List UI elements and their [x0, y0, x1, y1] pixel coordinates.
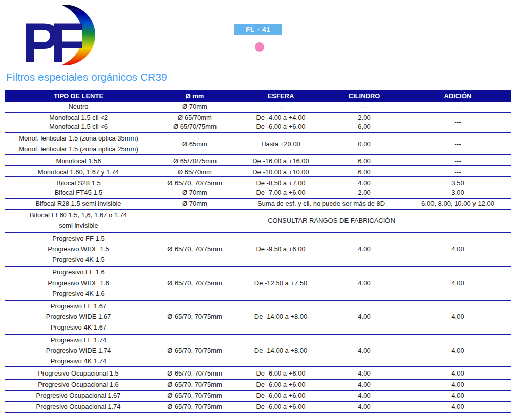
cell-esfera-cilindro-merged: Suma de esf. y cil. no puede ser más de …: [238, 198, 405, 209]
pink-dot-icon: [255, 42, 264, 52]
cell-tipo: Bifocal FT45 1.5: [5, 188, 152, 198]
pf-logo-graphic: P F: [22, 3, 98, 67]
page-title: Filtros especiales orgánicos CR39: [6, 71, 167, 83]
cell-tipo: Monof. lenticular 1.5 (zona óptica 35mm)…: [5, 132, 152, 155]
cell-esfera: De -14.00 a +8.00: [238, 300, 324, 334]
cell-esfera: De -7.00 a +6.00: [238, 188, 324, 198]
tipo-line: Progresivo WIDE 1.6: [6, 277, 151, 288]
row-ocupacional-16: Progresivo Ocupacional 1.6 Ø 65/70, 70/7…: [5, 379, 511, 390]
row-progresivo-174: Progresivo FF 1.74 Progresivo WIDE 1.74 …: [5, 334, 511, 367]
row-monof-lenticular: Monof. lenticular 1.5 (zona óptica 35mm)…: [5, 132, 511, 155]
cell-esfera: De -6.00 a +6.00: [238, 367, 324, 379]
cell-adicion: 4.00: [405, 401, 511, 412]
cell-diametro: Ø 65/70mm: [152, 166, 238, 177]
cell-adicion: 4.00: [405, 367, 511, 379]
cell-cilindro: 4.00: [324, 232, 405, 266]
cell-tipo: Monofocal 1.56: [5, 155, 152, 166]
row-progresivo-16: Progresivo FF 1.6 Progresivo WIDE 1.6 Pr…: [5, 266, 511, 300]
cell-esfera: De -16.00 a +16.00: [238, 155, 324, 166]
cell-diametro: Ø 70mm: [152, 198, 238, 209]
cell-adicion: 4.00: [405, 390, 511, 401]
cell-esfera: Hasta +20.00: [238, 132, 324, 155]
cell-adicion: 4.00: [405, 232, 511, 266]
cell-esfera: De -4.00 a +4.00: [238, 112, 324, 122]
cell-cilindro: 4.00: [324, 266, 405, 300]
fl-41-badge: FL - 41: [234, 24, 282, 35]
cell-tipo: Neutro: [5, 102, 152, 112]
cell-tipo: Monofocal 1.5 cil <6: [5, 122, 152, 132]
cell-cilindro: 4.00: [324, 177, 405, 188]
tipo-line: Progresivo WIDE 1.67: [6, 311, 151, 322]
row-ocupacional-15: Progresivo Ocupacional 1.5 Ø 65/70, 70/7…: [5, 367, 511, 379]
cell-tipo: Monofocal 1.60, 1.67 y 1.74: [5, 166, 152, 177]
row-progresivo-15: Progresivo FF 1.5 Progresivo WIDE 1.5 Pr…: [5, 232, 511, 266]
cell-tipo: Progresivo FF 1.74 Progresivo WIDE 1.74 …: [5, 334, 152, 367]
tipo-line: Monof. lenticular 1.5 (zona óptica 25mm): [6, 144, 151, 154]
header-row: TIPO DE LENTE Ø mm ESFERA CILINDRO ADICI…: [5, 90, 511, 102]
col-header-diametro: Ø mm: [152, 90, 238, 102]
cell-adicion-merged: ---: [405, 112, 511, 132]
cell-tipo: Progresivo FF 1.67 Progresivo WIDE 1.67 …: [5, 300, 152, 334]
cell-diametro: Ø 70mm: [152, 102, 238, 112]
tipo-line: Monof. lenticular 1.5 (zona óptica 35mm): [6, 133, 151, 144]
cell-cilindro: 2.00: [324, 188, 405, 198]
tipo-line: Progresivo 4K 1.5: [6, 254, 151, 265]
cell-diametro: Ø 70mm: [152, 188, 238, 198]
tipo-line: Bifocal FF60 1.5, 1,6, 1.67 o 1.74: [6, 210, 151, 220]
cell-cilindro: 0.00: [324, 132, 405, 155]
cell-cilindro: ---: [324, 102, 405, 112]
cell-adicion: ---: [405, 132, 511, 155]
cell-diametro: Ø 65/70, 70/75mm: [152, 367, 238, 379]
cell-adicion: ---: [405, 155, 511, 166]
tipo-line: Progresivo 4K 1.6: [6, 288, 151, 299]
cell-tipo: Progresivo FF 1.6 Progresivo WIDE 1.6 Pr…: [5, 266, 152, 300]
col-header-adicion: ADICIÓN: [405, 90, 511, 102]
row-bifocal-ft45: Bifocal FT45 1.5 Ø 70mm De -7.00 a +6.00…: [5, 188, 511, 198]
cell-diametro: Ø 65/70, 70/75mm: [152, 401, 238, 412]
cell-adicion: 4.00: [405, 379, 511, 390]
cell-diametro: Ø 65/70, 70/75mm: [152, 390, 238, 401]
cell-tipo: Monofocal 1.5 cil <2: [5, 112, 152, 122]
cell-tipo: Progresivo FF 1.5 Progresivo WIDE 1.5 Pr…: [5, 232, 152, 266]
pf-logo: P F: [22, 3, 98, 67]
cell-adicion: 6.00, 8.00, 10.00 y 12.00: [405, 198, 511, 209]
row-bifocal-ff60: Bifocal FF60 1.5, 1,6, 1.67 o 1.74 semi …: [5, 209, 511, 232]
cell-cilindro: 4.00: [324, 379, 405, 390]
tipo-line: Progresivo FF 1.74: [6, 335, 151, 345]
cell-cilindro: 2.00: [324, 112, 405, 122]
tipo-line: Progresivo 4K 1.74: [6, 356, 151, 366]
cell-diametro: Ø 65/70, 70/75mm: [152, 300, 238, 334]
cell-cilindro: 6.00: [324, 155, 405, 166]
cell-cilindro: 6,00: [324, 122, 405, 132]
cell-cilindro: 4.00: [324, 401, 405, 412]
cell-adicion: ---: [405, 102, 511, 112]
col-header-esfera: ESFERA: [238, 90, 324, 102]
tipo-line: Progresivo FF 1.6: [6, 267, 151, 277]
cell-esfera: De -9.50 a +6.00: [238, 232, 324, 266]
logo-letter-f: F: [50, 11, 84, 67]
specs-table: TIPO DE LENTE Ø mm ESFERA CILINDRO ADICI…: [5, 90, 511, 413]
row-monofocal-15-cil2: Monofocal 1.5 cil <2 Ø 65/70mm De -4.00 …: [5, 112, 511, 122]
cell-adicion: ---: [405, 166, 511, 177]
row-neutro: Neutro Ø 70mm --- --- ---: [5, 102, 511, 112]
cell-cilindro: 6.00: [324, 166, 405, 177]
cell-adicion: 3.00: [405, 188, 511, 198]
row-ocupacional-167: Progresivo Ocupacional 1.67 Ø 65/70, 70/…: [5, 390, 511, 401]
cell-diametro: Ø 65/70/75mm: [152, 155, 238, 166]
tipo-line: Progresivo WIDE 1.5: [6, 244, 151, 254]
cell-esfera: De -6.00 a +6.00: [238, 390, 324, 401]
cell-cilindro: 4.00: [324, 300, 405, 334]
row-ocupacional-174: Progresivo Ocupacional 1.74 Ø 65/70, 70/…: [5, 401, 511, 412]
row-progresivo-167: Progresivo FF 1.67 Progresivo WIDE 1.67 …: [5, 300, 511, 334]
cell-adicion: 4.00: [405, 300, 511, 334]
cell-esfera: ---: [238, 102, 324, 112]
tipo-line: Progresivo WIDE 1.74: [6, 345, 151, 356]
cell-diametro: Ø 65/70/75mm: [152, 122, 238, 132]
tipo-line: semi invisible: [6, 220, 151, 231]
cell-tipo: Progresivo Ocupacional 1.74: [5, 401, 152, 412]
cell-cilindro: 4.00: [324, 367, 405, 379]
cell-esfera: De -14.00 a +8.00: [238, 334, 324, 367]
cell-esfera: De -6.00 a +6.00: [238, 122, 324, 132]
cell-esfera: De -8.50 a +7.00: [238, 177, 324, 188]
tipo-line: Progresivo FF 1.5: [6, 233, 151, 244]
